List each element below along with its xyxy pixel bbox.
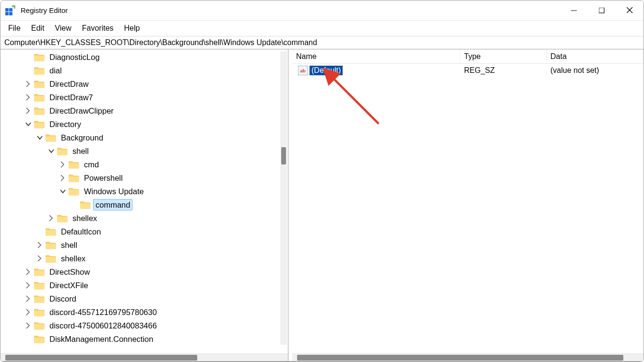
tree-node-label[interactable]: Windows Update [82, 186, 146, 197]
maximize-button[interactable] [588, 0, 616, 20]
tree-node-label[interactable]: DiskManagement.Connection [48, 334, 155, 344]
chevron-down-icon[interactable] [59, 187, 67, 195]
tree-node[interactable]: DiagnosticLog [13, 50, 288, 64]
column-header-type[interactable]: Type [460, 49, 547, 63]
chevron-down-icon[interactable] [48, 147, 55, 155]
tree-node[interactable]: shell [13, 238, 288, 252]
tree-node-label[interactable]: DirectShow [48, 267, 92, 277]
menu-view[interactable]: View [50, 22, 76, 35]
tree-node[interactable]: DiskManagement.Connection [13, 332, 288, 346]
registry-editor-window: Registry Editor File Edit View Favorites… [0, 0, 644, 362]
chevron-right-icon[interactable] [24, 281, 32, 289]
tree-node-label[interactable]: discord-455712169795780630 [48, 307, 159, 317]
tree-node[interactable]: discord-455712169795780630 [13, 305, 288, 319]
folder-icon [34, 308, 45, 316]
chevron-right-icon[interactable] [24, 93, 32, 101]
chevron-right-icon[interactable] [24, 107, 32, 115]
scrollbar-thumb[interactable] [297, 355, 623, 361]
tree-node-label[interactable]: cmd [82, 159, 101, 170]
tree-pane: DiagnosticLogdialDirectDrawDirectDraw7Di… [0, 49, 288, 361]
titlebar[interactable]: Registry Editor [0, 0, 644, 21]
menu-favorites[interactable]: Favorites [77, 22, 119, 35]
tree-node[interactable]: DirectXFile [13, 279, 288, 292]
folder-icon [69, 160, 79, 169]
tree-node-label[interactable]: Powershell [82, 173, 125, 183]
tree-node[interactable]: shellex [13, 252, 288, 265]
chevron-right-icon[interactable] [24, 308, 32, 316]
chevron-down-icon[interactable] [24, 120, 32, 128]
column-header-name[interactable]: Name [292, 49, 460, 63]
address-bar[interactable]: Computer\HKEY_CLASSES_ROOT\Directory\Bac… [0, 36, 644, 49]
registry-tree[interactable]: DiagnosticLogdialDirectDrawDirectDraw7Di… [0, 49, 288, 346]
values-list[interactable]: (Default)REG_SZ(value not set) [292, 64, 644, 353]
folder-icon [46, 254, 56, 263]
values-header[interactable]: Name Type Data [292, 49, 644, 64]
tree-node[interactable]: shell [13, 144, 288, 158]
chevron-right-icon[interactable] [24, 295, 32, 303]
chevron-right-icon[interactable] [24, 322, 32, 329]
chevron-right-icon[interactable] [24, 80, 32, 88]
tree-node[interactable]: DirectDraw [13, 77, 288, 91]
tree-node[interactable]: shellex [13, 211, 288, 225]
tree-node-label[interactable]: DirectDrawClipper [48, 105, 116, 116]
tree-horizontal-scrollbar[interactable] [0, 353, 288, 361]
chevron-right-icon[interactable] [24, 268, 32, 276]
chevron-right-icon[interactable] [36, 241, 44, 249]
menu-edit[interactable]: Edit [26, 22, 49, 35]
tree-node-label[interactable]: dial [48, 65, 64, 76]
tree-node[interactable]: dial [13, 64, 288, 77]
chevron-down-icon[interactable] [36, 134, 44, 141]
tree-node-label[interactable]: DirectDraw7 [48, 92, 95, 103]
folder-icon [34, 268, 45, 276]
folder-icon [57, 214, 68, 222]
chevron-right-icon[interactable] [59, 174, 67, 182]
chevron-right-icon[interactable] [36, 255, 44, 262]
folder-icon [34, 294, 45, 303]
value-name[interactable]: (Default) [310, 66, 343, 75]
tree-node-label[interactable]: DirectDraw [48, 79, 91, 89]
folder-icon [69, 174, 79, 182]
tree-node[interactable]: Powershell [13, 171, 288, 185]
tree-node-label[interactable]: command [94, 199, 132, 210]
scrollbar-thumb[interactable] [5, 355, 197, 361]
tree-node[interactable]: DirectDraw7 [13, 91, 288, 104]
tree-node-label[interactable]: DefaultIcon [59, 226, 103, 237]
close-button[interactable] [616, 0, 644, 20]
tree-node[interactable]: command [13, 198, 288, 211]
tree-node-label[interactable]: Background [59, 132, 105, 143]
pane-splitter[interactable] [289, 49, 292, 361]
value-type-cell: REG_SZ [460, 64, 547, 77]
menu-file[interactable]: File [3, 22, 25, 35]
folder-icon [46, 241, 56, 249]
tree-node-label[interactable]: Discord [48, 293, 78, 304]
tree-node-label[interactable]: shellex [59, 253, 87, 264]
tree-node[interactable]: DefaultIcon [13, 225, 288, 238]
chevron-right-icon[interactable] [59, 161, 67, 168]
value-name-cell[interactable]: (Default) [292, 64, 460, 77]
menu-help[interactable]: Help [119, 22, 145, 35]
tree-node-label[interactable]: discord-475006012840083466 [48, 320, 159, 331]
tree-node[interactable]: DirectShow [13, 265, 288, 279]
tree-node-label[interactable]: shell [71, 146, 91, 156]
tree-node-label[interactable]: shellex [71, 213, 99, 223]
chevron-right-icon[interactable] [48, 214, 55, 222]
tree-node[interactable]: DirectDrawClipper [13, 104, 288, 117]
column-header-data[interactable]: Data [547, 49, 644, 63]
tree-vertical-scrollbar[interactable] [280, 51, 287, 345]
tree-node[interactable]: Directory [13, 117, 288, 131]
tree-node-label[interactable]: shell [59, 240, 79, 250]
values-horizontal-scrollbar[interactable] [292, 353, 644, 361]
tree-node[interactable]: Discord [13, 292, 288, 305]
main-split: DiagnosticLogdialDirectDrawDirectDraw7Di… [0, 49, 644, 362]
tree-node-label[interactable]: DirectXFile [48, 280, 90, 291]
scrollbar-thumb[interactable] [281, 147, 286, 164]
tree-node-label[interactable]: DiagnosticLog [48, 52, 102, 62]
minimize-button[interactable] [560, 0, 588, 20]
tree-node[interactable]: Windows Update [13, 185, 288, 198]
tree-node[interactable]: discord-475006012840083466 [13, 319, 288, 332]
tree-node-label[interactable]: Directory [48, 119, 83, 129]
tree-node[interactable]: Background [13, 131, 288, 144]
tree-node[interactable]: cmd [13, 158, 288, 171]
value-row[interactable]: (Default)REG_SZ(value not set) [292, 64, 644, 77]
app-icon [5, 5, 16, 16]
